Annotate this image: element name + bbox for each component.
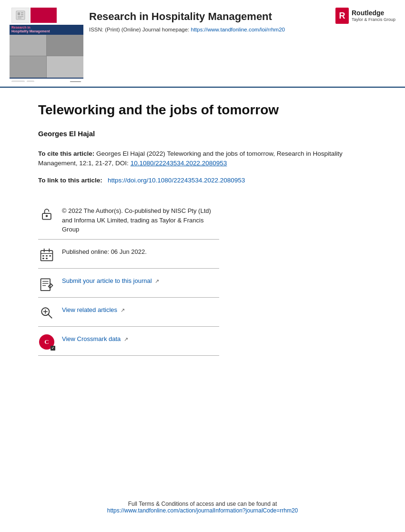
submit-external-icon: ↗ <box>155 278 159 284</box>
svg-rect-13 <box>46 255 48 257</box>
svg-rect-4 <box>18 16 23 17</box>
svg-line-21 <box>51 284 53 286</box>
open-lock-icon <box>39 206 54 221</box>
submit-article-row[interactable]: Submit your article to this journal ↗ <box>38 269 219 298</box>
book-icon <box>15 10 26 21</box>
cover-red-block <box>30 8 57 23</box>
cover-photo-2 <box>47 35 83 56</box>
svg-rect-15 <box>42 258 44 259</box>
svg-rect-12 <box>42 255 44 257</box>
svg-rect-16 <box>46 258 48 259</box>
nisc-badge: NISC <box>70 81 81 82</box>
calendar-icon <box>39 247 54 262</box>
submit-text: Submit your article to this journal ↗ <box>62 275 159 286</box>
crossmark-badge: ✓ <box>51 346 55 351</box>
main-content: Teleworking and the jobs of tomorrow Geo… <box>0 88 405 370</box>
header-left: Research in Hospitality Management Stend… <box>10 6 285 82</box>
journal-title: Research in Hospitality Management <box>89 10 285 23</box>
journal-cover: Research in Hospitality Management Stend… <box>10 6 83 82</box>
crossmark-logo: C ✓ <box>39 334 54 350</box>
related-articles-row[interactable]: View related articles ↗ <box>38 298 219 327</box>
cover-photo-grid <box>10 35 83 78</box>
svg-rect-3 <box>21 14 23 15</box>
submit-article-link[interactable]: Submit your article to this journal <box>62 277 152 284</box>
svg-point-7 <box>46 215 48 217</box>
article-url-link[interactable]: https://doi.org/10.1080/22243534.2022.20… <box>108 177 245 184</box>
cover-bottom: Stenden aihr NISC <box>10 78 83 82</box>
footer-terms-link[interactable]: https://www.tandfonline.com/action/journ… <box>107 507 298 514</box>
cover-photo-3 <box>10 56 46 78</box>
journal-homepage-link[interactable]: https://www.tandfonline.com/loi/rrhm20 <box>191 27 285 32</box>
published-text: Published online: 06 Jun 2022. <box>62 246 147 257</box>
open-access-row: © 2022 The Author(s). Co-published by NI… <box>38 199 219 240</box>
related-icon-container <box>38 304 55 321</box>
routledge-logo: R Routledge Taylor & Francis Group <box>335 6 395 24</box>
cover-icon-block <box>11 8 30 23</box>
crossmark-text: View Crossmark data ↗ <box>62 333 128 344</box>
pencil-icon <box>39 276 54 291</box>
issn-line: ISSN: (Print) (Online) Journal homepage:… <box>89 27 285 32</box>
journal-title-block: Research in Hospitality Management ISSN:… <box>89 6 285 32</box>
svg-rect-17 <box>41 279 51 291</box>
submit-icon-container <box>38 275 55 292</box>
page-footer: Full Terms & Conditions of access and us… <box>0 492 405 522</box>
issn-label: ISSN: (Print) (Online) Journal homepage: <box>89 27 191 32</box>
cite-label: To cite this article: <box>38 150 94 157</box>
magnify-icon <box>39 305 54 321</box>
related-articles-link[interactable]: View related articles <box>62 306 117 313</box>
author-name: Georges El Hajal <box>38 130 367 138</box>
routledge-r-icon: R <box>335 8 349 24</box>
crossmark-row[interactable]: C ✓ View Crossmark data ↗ <box>38 327 219 356</box>
routledge-text-block: Routledge Taylor & Francis Group <box>352 9 395 22</box>
info-section: © 2022 The Author(s). Co-published by NI… <box>38 199 219 356</box>
citation-text: To cite this article: Georges El Hajal (… <box>38 149 367 169</box>
crossmark-icon-container: C ✓ <box>38 333 55 351</box>
cite-doi-link[interactable]: 10.1080/22243534.2022.2080953 <box>131 160 227 167</box>
article-title: Teleworking and the jobs of tomorrow <box>38 102 367 118</box>
published-row: Published online: 06 Jun 2022. <box>38 240 219 269</box>
cover-photo-1 <box>10 35 46 56</box>
aihr-logo: aihr <box>27 80 34 82</box>
svg-rect-2 <box>21 12 23 13</box>
cover-top <box>10 6 83 25</box>
citation-block: To cite this article: Georges El Hajal (… <box>38 149 367 169</box>
related-external-icon: ↗ <box>121 307 125 313</box>
stenden-logo: Stenden <box>11 80 25 82</box>
routledge-name: Routledge <box>352 9 395 17</box>
svg-rect-5 <box>18 18 21 19</box>
copyright-text: © 2022 The Author(s). Co-published by NI… <box>62 205 219 234</box>
crossmark-external-icon: ↗ <box>124 336 128 342</box>
cover-logos: Stenden aihr <box>11 80 34 82</box>
cover-image: Research in Hospitality Management Stend… <box>10 6 83 82</box>
link-line: To link to this article: https://doi.org… <box>38 176 367 185</box>
page-header: Research in Hospitality Management Stend… <box>0 0 405 88</box>
svg-rect-1 <box>18 12 20 15</box>
crossmark-link[interactable]: View Crossmark data <box>62 335 121 342</box>
footer-terms-url: https://www.tandfonline.com/action/journ… <box>9 507 396 514</box>
footer-terms-text: Full Terms & Conditions of access and us… <box>9 501 396 507</box>
open-access-icon-container <box>38 205 55 222</box>
cover-photo-4 <box>47 56 83 78</box>
link-label: To link to this article: <box>38 177 102 184</box>
cover-title-bar: Research in Hospitality Management <box>10 25 83 35</box>
crossmark-letter: C <box>44 338 49 346</box>
calendar-icon-container <box>38 246 55 263</box>
related-text: View related articles ↗ <box>62 304 125 315</box>
svg-rect-14 <box>49 255 51 257</box>
svg-line-23 <box>48 314 52 318</box>
routledge-sub: Taylor & Francis Group <box>352 17 395 23</box>
